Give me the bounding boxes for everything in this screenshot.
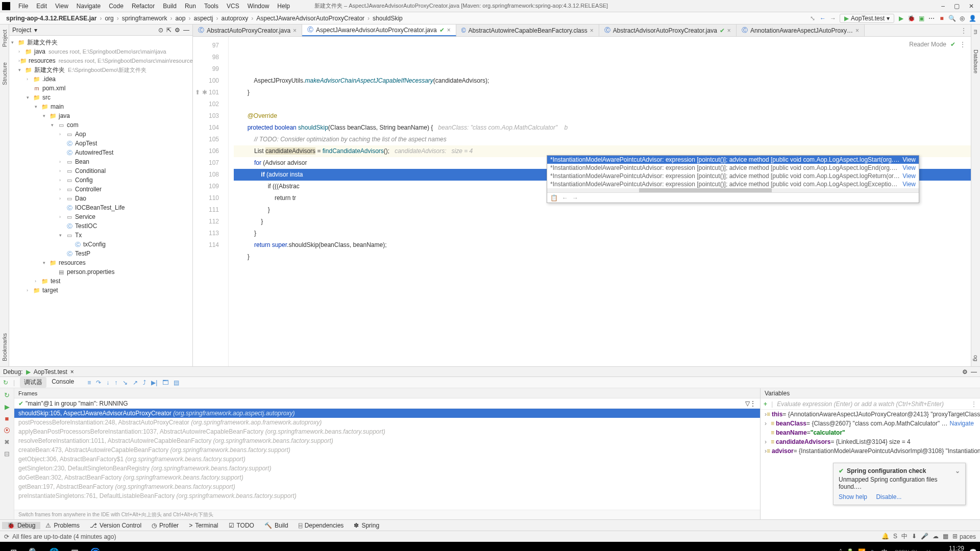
taskbar-app[interactable]: 🔍 xyxy=(23,544,44,551)
tree-node[interactable]: ▾📁main xyxy=(9,102,192,111)
status-icon[interactable]: 🔔 xyxy=(881,533,889,540)
debug-step-icon[interactable]: ↘ xyxy=(122,379,128,386)
debug-step-icon[interactable]: ↓ xyxy=(106,379,109,386)
stack-frame[interactable]: applyBeanPostProcessorsBeforeInstantiati… xyxy=(14,427,760,436)
project-tree[interactable]: ▾📁新建文件夹›📁javasources root, E:\Springboot… xyxy=(9,36,192,366)
tray-icon[interactable]: 中 xyxy=(881,548,888,552)
stack-frame[interactable]: getSingleton:230, DefaultSingletonBeanRe… xyxy=(14,464,760,473)
variable-row[interactable]: ≡beanName = "calculator" xyxy=(761,428,980,437)
tree-node[interactable]: ▾📁新建文件夹 xyxy=(9,38,192,47)
back-icon[interactable]: ← xyxy=(819,15,826,22)
debug-step-icon[interactable]: ⤴ xyxy=(143,379,146,386)
popup-row[interactable]: *InstantiationModelAwarePointcutAdvisor:… xyxy=(547,156,919,164)
debug-action-icon[interactable]: ⊟ xyxy=(4,450,10,458)
breadcrumb[interactable]: spring-aop-4.3.12.RELEASE.jar xyxy=(4,15,99,22)
stack-frame[interactable]: getBean:197, AbstractBeanFactory (org.sp… xyxy=(14,482,760,491)
toolwindow-tab[interactable]: ✽Spring xyxy=(349,522,384,529)
debug-action-icon[interactable]: ▶ xyxy=(5,403,10,411)
tree-node[interactable]: ›▭Bean xyxy=(9,157,192,166)
menu-run[interactable]: Run xyxy=(181,3,200,10)
tree-node[interactable]: ⒸIOCBeanTest_Life xyxy=(9,203,192,212)
debug-step-icon[interactable]: ↷ xyxy=(96,379,101,386)
menu-edit[interactable]: Edit xyxy=(32,3,51,10)
menu-help[interactable]: Help xyxy=(273,3,294,10)
editor-tab[interactable]: ©AbstractAutowireCapableBeanFactory.clas… xyxy=(456,24,599,36)
collapse-icon[interactable]: ⇱ xyxy=(166,27,172,34)
menu-vcs[interactable]: VCS xyxy=(223,3,243,10)
settings-icon[interactable]: ⚙ xyxy=(175,27,180,34)
tree-node[interactable]: ›📁target xyxy=(9,286,192,295)
menu-file[interactable]: File xyxy=(14,3,32,10)
debug-step-icon[interactable]: ↑ xyxy=(114,379,117,386)
menu-refactor[interactable]: Refactor xyxy=(128,3,159,10)
close-icon[interactable]: ✕ xyxy=(969,3,974,10)
menu-view[interactable]: View xyxy=(51,3,72,10)
sidebar-structure[interactable]: Structure xyxy=(2,62,8,85)
menu-window[interactable]: Window xyxy=(243,3,274,10)
popup-row[interactable]: *InstantiationModelAwarePointcutAdvisor:… xyxy=(547,172,919,180)
tree-node[interactable]: mpom.xml xyxy=(9,84,192,93)
status-icon[interactable]: ⬇ xyxy=(912,533,917,540)
filter-icon[interactable]: ▽ xyxy=(745,400,750,407)
menu-tools[interactable]: Tools xyxy=(200,3,223,10)
next-icon[interactable]: → xyxy=(572,194,578,202)
add-watch-icon[interactable]: + xyxy=(764,400,767,408)
debug-button[interactable]: 🐞 xyxy=(908,15,915,22)
frames-list[interactable]: shouldSkip:105, AspectJAwareAdvisorAutoP… xyxy=(14,409,760,510)
close-tab-icon[interactable]: × xyxy=(447,27,451,34)
sidebar-project[interactable]: Project xyxy=(2,30,8,47)
tree-node[interactable]: ▾📁新建文件夹E:\SpringbootDemo\新建文件夹 xyxy=(9,65,192,74)
tree-node[interactable]: ▾📁java xyxy=(9,111,192,120)
stop-button[interactable]: ■ xyxy=(938,15,945,22)
tabs-more-icon[interactable]: ⋮ xyxy=(957,24,971,36)
reader-mode-label[interactable]: Reader Mode xyxy=(909,39,946,51)
tray-icon[interactable]: ˄ xyxy=(839,548,842,552)
toolwindow-tab[interactable]: ⚠Problems xyxy=(40,522,85,529)
stack-frame[interactable]: shouldSkip:105, AspectJAwareAdvisorAutoP… xyxy=(14,409,760,418)
breadcrumb[interactable]: shouldSkip xyxy=(371,15,405,22)
status-icon[interactable]: S xyxy=(893,533,897,540)
editor-tab[interactable]: ⒸAnnotationAwareAspectJAutoProxy…× xyxy=(737,24,865,36)
debug-step-icon[interactable]: ▶| xyxy=(151,379,157,386)
debug-step-icon[interactable]: ↗ xyxy=(133,379,138,386)
debug-action-icon[interactable]: ⦿ xyxy=(4,427,10,434)
sidebar-maven[interactable]: m xyxy=(973,30,979,34)
dropdown-icon[interactable]: ▾ xyxy=(34,27,37,34)
tree-node[interactable]: ›📁test xyxy=(9,277,192,286)
breadcrumb[interactable]: AspectJAwareAdvisorAutoProxyCreator xyxy=(254,15,366,22)
breadcrumb[interactable]: aop xyxy=(173,15,187,22)
stack-frame[interactable]: getObject:306, AbstractBeanFactory$1 (or… xyxy=(14,455,760,464)
stack-frame[interactable]: postProcessBeforeInstantiation:248, Abst… xyxy=(14,418,760,427)
tree-node[interactable]: ›📁javasources root, E:\SpringbootDemo\sr… xyxy=(9,47,192,56)
debug-step-icon[interactable]: ▤ xyxy=(174,379,179,386)
rerun-icon[interactable]: ↻ xyxy=(3,379,8,386)
debug-tab[interactable]: 调试器 xyxy=(20,377,46,388)
debug-step-icon[interactable]: ≡ xyxy=(87,379,91,386)
search-everywhere-icon[interactable]: 🔍 xyxy=(948,15,955,22)
variable-row[interactable]: ›≡this = {AnnotationAwareAspectJAutoProx… xyxy=(761,410,980,419)
toolwindow-tab[interactable]: ☑TODO xyxy=(224,522,259,529)
taskbar-app[interactable]: ⊞ xyxy=(3,544,23,551)
variable-row[interactable]: ›≡candidateAdvisors = {LinkedList@3104} … xyxy=(761,437,980,446)
tree-node[interactable]: ›▭Service xyxy=(9,212,192,221)
stack-frame[interactable]: preInstantiateSingletons:761, DefaultLis… xyxy=(14,491,760,500)
gear-icon[interactable]: ⚙ xyxy=(962,368,968,375)
run-button[interactable]: ▶ xyxy=(897,15,904,22)
breadcrumb[interactable]: org xyxy=(103,15,115,22)
status-icon[interactable]: 中 xyxy=(901,533,908,540)
tray-icon[interactable]: 📶 xyxy=(858,548,866,552)
more-icon[interactable]: ⋮ xyxy=(960,39,966,51)
tree-node[interactable]: ⒸAutowiredTest xyxy=(9,148,192,157)
editor-tab[interactable]: ⒸAspectJAwareAdvisorAutoProxyCreator.jav… xyxy=(302,24,456,36)
tray-icon[interactable]: 🔋 xyxy=(846,548,854,552)
breadcrumb[interactable]: aspectj xyxy=(191,15,215,22)
sidebar-og[interactable]: og xyxy=(973,355,979,361)
chevron-down-icon[interactable]: ⌄ xyxy=(955,467,960,474)
tree-node[interactable]: ⒸTestP xyxy=(9,249,192,258)
maximize-icon[interactable]: ▢ xyxy=(954,3,960,10)
debug-action-icon[interactable]: ■ xyxy=(5,415,9,422)
breadcrumb[interactable]: autoproxy xyxy=(219,15,251,22)
menu-code[interactable]: Code xyxy=(105,3,128,10)
stack-frame[interactable]: createBean:473, AbstractAutowireCapableB… xyxy=(14,445,760,455)
taskbar-app[interactable]: 🌀 xyxy=(85,544,105,551)
